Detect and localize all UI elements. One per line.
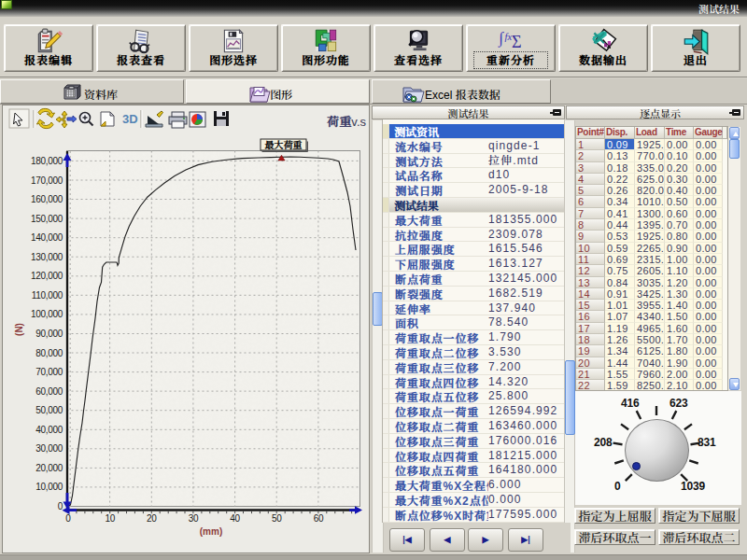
svg-text:Σ: Σ: [512, 33, 522, 51]
svg-text:100,000: 100,000: [31, 309, 63, 319]
svg-text:150,000: 150,000: [31, 214, 63, 224]
svg-text:0: 0: [65, 513, 71, 524]
svg-text:160,000: 160,000: [31, 194, 63, 204]
svg-text:10: 10: [105, 513, 115, 524]
svg-text:110,000: 110,000: [32, 290, 63, 301]
svg-text:∫: ∫: [498, 29, 504, 48]
svg-text:10,000: 10,000: [35, 482, 63, 492]
svg-text:180,000: 180,000: [31, 156, 63, 166]
svg-text:30,000: 30,000: [35, 443, 63, 454]
svg-text:最大荷重: 最大荷重: [265, 137, 303, 151]
svg-text:(N): (N): [14, 323, 24, 336]
svg-text:(mm): (mm): [200, 526, 222, 537]
svg-text:140,000: 140,000: [31, 232, 63, 243]
svg-text:90,000: 90,000: [35, 329, 63, 339]
svg-text:50,000: 50,000: [35, 405, 63, 415]
svg-text:40: 40: [230, 513, 240, 524]
svg-text:70,000: 70,000: [35, 367, 63, 377]
svg-text:20,000: 20,000: [35, 463, 63, 473]
svg-text:170,000: 170,000: [31, 175, 63, 186]
svg-text:60,000: 60,000: [35, 386, 63, 397]
svg-text:0: 0: [58, 501, 63, 511]
svg-text:30: 30: [189, 513, 199, 524]
svg-text:120,000: 120,000: [31, 271, 63, 281]
svg-text:130,000: 130,000: [31, 252, 63, 262]
svg-text:60: 60: [314, 513, 324, 524]
svg-text:50: 50: [272, 513, 282, 524]
svg-text:20: 20: [147, 513, 157, 524]
svg-text:80,000: 80,000: [35, 348, 63, 358]
svg-text:40,000: 40,000: [35, 425, 63, 435]
